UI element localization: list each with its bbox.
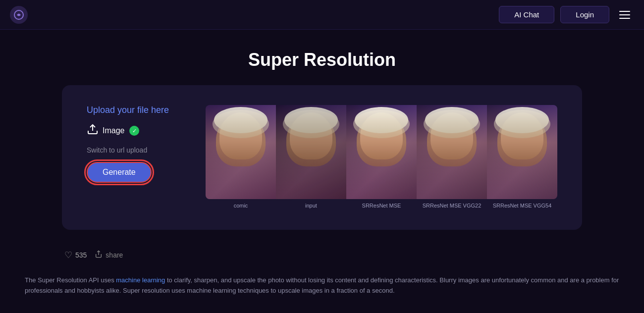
upload-icon-wrap[interactable]: Image	[87, 123, 124, 138]
upload-icon	[87, 123, 99, 138]
image-srresnet-mse-vgg54	[487, 105, 557, 199]
label-srresnet-vgg22: SRResNet MSE VGG22	[417, 201, 487, 210]
label-comic: comic	[206, 201, 276, 210]
header-left	[10, 6, 28, 24]
share-button[interactable]: share	[95, 250, 123, 260]
label-srresnet-mse: SRResNet MSE	[346, 201, 417, 210]
title-section: Super Resolution	[0, 30, 644, 85]
hamburger-line-3	[619, 18, 630, 19]
upload-label: Upload your file here	[87, 105, 169, 115]
image-comic	[206, 105, 276, 199]
description-text: The Super Resolution API uses machine le…	[25, 275, 619, 296]
like-count: 535	[75, 251, 87, 259]
heart-icon: ♡	[64, 250, 72, 261]
share-label: share	[106, 251, 123, 259]
hamburger-line-2	[619, 14, 630, 15]
image-srresnet-mse-vgg22	[417, 105, 487, 199]
image-input	[276, 105, 346, 199]
content-card: Upload your file here Image ✓ Switch to …	[62, 85, 582, 230]
check-icon: ✓	[129, 126, 139, 136]
header-right: AI Chat Login	[499, 6, 634, 23]
label-input: input	[276, 201, 346, 210]
image-upload-row: Image ✓	[87, 123, 139, 138]
switch-url-button[interactable]: Switch to url upload	[87, 146, 147, 154]
image-upload-label: Image	[103, 126, 124, 135]
logo-icon[interactable]	[10, 6, 28, 24]
share-icon	[95, 250, 103, 260]
image-labels: comic input SRResNet MSE SRResNet MSE VG…	[206, 201, 557, 210]
ai-chat-button[interactable]: AI Chat	[499, 6, 554, 23]
left-panel: Upload your file here Image ✓ Switch to …	[87, 105, 186, 183]
image-panel: comic input SRResNet MSE SRResNet MSE VG…	[206, 105, 557, 210]
hamburger-line-1	[619, 11, 630, 12]
page-title: Super Resolution	[0, 50, 644, 70]
image-srresnet-mse	[346, 105, 417, 199]
generate-button[interactable]: Generate	[87, 162, 152, 183]
description-before-link: The Super Resolution API uses	[25, 276, 116, 284]
image-strip	[206, 105, 557, 199]
menu-button[interactable]	[615, 7, 634, 23]
bottom-actions: ♡ 535 share	[0, 240, 644, 270]
login-button[interactable]: Login	[560, 6, 609, 23]
description-link[interactable]: machine learning	[116, 276, 165, 284]
header: AI Chat Login	[0, 0, 644, 30]
label-srresnet-vgg54: SRResNet MSE VGG54	[487, 201, 557, 210]
like-button[interactable]: ♡ 535	[64, 250, 87, 261]
description-section: The Super Resolution API uses machine le…	[0, 270, 644, 311]
